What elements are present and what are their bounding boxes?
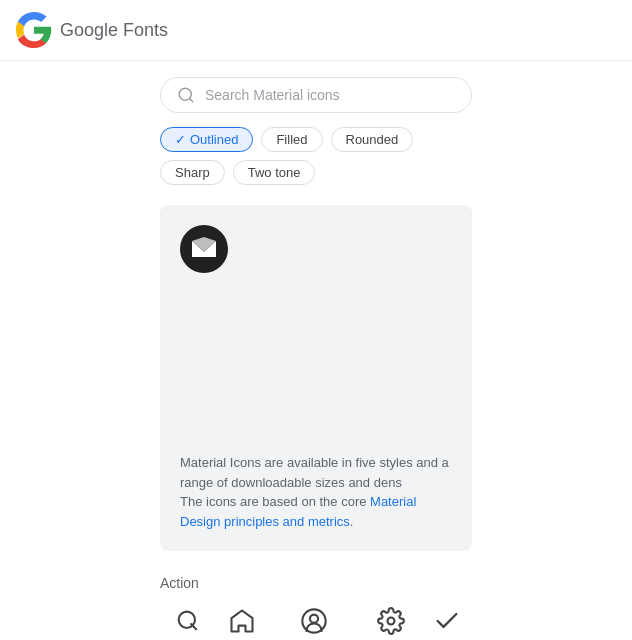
svg-point-7 <box>310 615 318 623</box>
material-icons-logo <box>180 225 228 273</box>
action-section: Action Search Home Account Circle <box>0 551 632 640</box>
search-bar <box>160 77 472 113</box>
account-circle-icon <box>300 607 328 635</box>
filter-outlined[interactable]: ✓ Outlined <box>160 127 253 152</box>
check-icon: ✓ <box>175 132 186 147</box>
icon-item-settings[interactable]: Settings <box>371 607 411 640</box>
svg-line-1 <box>189 98 192 101</box>
filter-section: ✓ Outlined Filled Rounded Sharp Two tone <box>0 113 632 185</box>
filter-filled-label: Filled <box>276 132 307 147</box>
header-title: Google Fonts <box>60 20 168 41</box>
icon-item-search[interactable]: Search <box>171 607 206 640</box>
logo-container: Google Fonts <box>16 12 168 48</box>
filter-sharp-label: Sharp <box>175 165 210 180</box>
search-input[interactable] <box>205 87 455 103</box>
content-area: Material Icons are available in five sty… <box>160 205 472 551</box>
description-line1: Material Icons are available in five sty… <box>180 455 449 490</box>
filter-twotone[interactable]: Two tone <box>233 160 316 185</box>
action-label: Action <box>160 575 472 591</box>
done-icon <box>433 607 461 635</box>
google-logo-icon <box>16 12 52 48</box>
filter-rounded[interactable]: Rounded <box>331 127 414 152</box>
settings-icon <box>377 607 405 635</box>
filter-sharp[interactable]: Sharp <box>160 160 225 185</box>
filter-rounded-label: Rounded <box>346 132 399 147</box>
search-section <box>0 61 632 113</box>
svg-point-8 <box>388 618 395 625</box>
home-icon <box>228 607 256 635</box>
icons-grid: Search Home Account Circle Settings <box>160 607 472 640</box>
search-icon <box>174 607 202 635</box>
description-line2-prefix: The icons are based on the core <box>180 494 370 509</box>
search-icon <box>177 86 195 104</box>
filter-filled[interactable]: Filled <box>261 127 322 152</box>
description-text: Material Icons are available in five sty… <box>180 453 452 531</box>
description-line2-suffix: . <box>350 514 354 529</box>
filter-outlined-label: Outlined <box>190 132 238 147</box>
icon-item-account-circle[interactable]: Account Circle <box>279 607 350 640</box>
icon-item-done[interactable]: Done <box>433 607 461 640</box>
icon-item-home[interactable]: Home <box>228 607 257 640</box>
filter-twotone-label: Two tone <box>248 165 301 180</box>
header: Google Fonts <box>0 0 632 61</box>
